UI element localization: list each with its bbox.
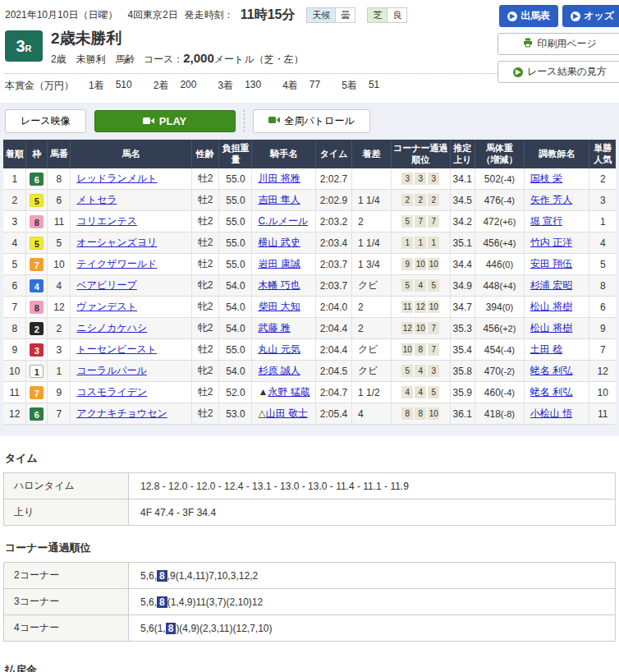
corner-order-value: 5,6(1,8)(4,9)(2,3,11)(12,7,10)	[129, 615, 616, 642]
result-guide-button[interactable]: ▶ レース結果の見方	[497, 61, 619, 83]
prize-item: 1着510	[89, 79, 132, 93]
frame-cell: 5	[26, 232, 48, 254]
play-button[interactable]: PLAY	[94, 110, 236, 132]
horse-number: 7	[48, 403, 71, 425]
horse-name-link[interactable]: コーラルパール	[76, 365, 146, 376]
jockey-cell: ▲永野 猛蔵	[252, 382, 316, 403]
corner-label: 3コーナー	[4, 589, 129, 615]
horse-name-cell: テイクザワールド	[71, 254, 191, 275]
jockey-link[interactable]: 横山 武史	[258, 237, 300, 248]
jockey-link[interactable]: 川田 将雅	[258, 173, 300, 184]
jockey-link[interactable]: 山田 敬士	[266, 407, 308, 419]
horse-name-link[interactable]: オーシャンズヨリ	[76, 237, 157, 248]
horse-name-link[interactable]: テイクザワールド	[76, 258, 157, 269]
trainer-link[interactable]: 小桧山 悟	[530, 407, 572, 419]
trainer-link[interactable]: 竹内 正洋	[530, 237, 572, 248]
trainer-link[interactable]: 杉浦 宏昭	[530, 279, 572, 291]
entries-button[interactable]: ▶ 出馬表	[499, 5, 558, 27]
trainer-link[interactable]: 松山 将樹	[530, 322, 572, 334]
carried-weight: 52.0	[219, 382, 252, 403]
corner-positions-cell: 8810	[391, 403, 450, 425]
horse-name-link[interactable]: ベアビリーブ	[76, 279, 136, 291]
patrol-video-button[interactable]: 全周パトロール	[253, 109, 370, 133]
corner-order-pre: 5,6,	[140, 596, 157, 608]
corner-positions-cell: 91010	[391, 254, 450, 275]
last-3f: 34.9	[450, 275, 475, 297]
carried-weight: 53.0	[219, 403, 252, 425]
camera-icon	[268, 115, 280, 127]
jockey-link[interactable]: C.ルメール	[258, 215, 308, 227]
jockey-link[interactable]: 吉田 隼人	[258, 194, 300, 205]
trainer-link[interactable]: 安田 翔伍	[530, 258, 572, 269]
jockey-link[interactable]: 木幡 巧也	[258, 279, 300, 291]
horse-weight-diff: (+2)	[499, 324, 516, 334]
corner-position-box: 9	[401, 258, 413, 270]
sex-age: 牡2	[191, 403, 219, 425]
frame-badge: 1	[30, 365, 44, 378]
margin: クビ	[352, 275, 392, 297]
payout-section: 払戻金 単勝8260円2番人気複勝8110円2番人気6150円3番人気11110…	[0, 642, 619, 672]
column-header: 着差	[352, 140, 392, 169]
corner-position-box: 10	[415, 258, 426, 270]
corner-position-box: 10	[401, 343, 413, 356]
corner-order-pre: 5,6(1,	[140, 623, 166, 634]
time-section: タイム ハロンタイム 12.8 - 12.0 - 12.0 - 12.4 - 1…	[0, 436, 619, 526]
finish-position: 1	[3, 168, 26, 190]
horse-name-link[interactable]: ニシノカケハシ	[76, 322, 147, 334]
horse-name-link[interactable]: メトセラ	[76, 194, 117, 205]
corner-position-box: 2	[428, 194, 439, 206]
jockey-link[interactable]: 杉原 誠人	[258, 365, 300, 376]
track-label: 芝	[368, 8, 387, 22]
trainer-link[interactable]: 堀 宣行	[530, 215, 562, 227]
odds-button[interactable]: ▶ オッズ	[562, 5, 619, 27]
trainer-link[interactable]: 蛯名 利弘	[530, 365, 572, 376]
corner-order-pre: 5,6,	[140, 570, 157, 582]
horse-name-link[interactable]: ヴァンデスト	[76, 301, 137, 312]
corner-order-post: ,9(1,4,11)7,10,3,12,2	[167, 570, 259, 582]
race-title: 2歳未勝利	[51, 30, 304, 48]
trainer-link[interactable]: 蛯名 利弘	[530, 386, 572, 398]
time-section-title: タイム	[5, 451, 616, 466]
jockey-link[interactable]: 永野 猛蔵	[268, 386, 310, 398]
frame-cell: 8	[26, 211, 48, 232]
jockey-link[interactable]: 武藤 雅	[258, 322, 290, 334]
finish-position: 7	[3, 297, 26, 318]
jockey-link[interactable]: 丸山 元気	[258, 343, 300, 355]
corner-position-box: 5	[401, 279, 413, 292]
finish-position: 9	[3, 339, 26, 361]
horse-weight-cell: 476(-4)	[475, 190, 524, 211]
corner-position-box: 4	[401, 386, 413, 398]
finish-position: 11	[3, 382, 26, 403]
corner-row: 2コーナー5,6,8,9(1,4,11)7,10,3,12,2	[4, 563, 616, 589]
horse-number: 9	[48, 382, 71, 403]
horse-name-link[interactable]: コスモライデン	[76, 386, 147, 398]
corner-section-title: コーナー通過順位	[5, 541, 616, 555]
carried-weight: 55.0	[219, 232, 252, 254]
jockey-link[interactable]: 岩田 康誠	[258, 258, 300, 269]
corner-positions-cell: 333	[391, 168, 450, 190]
jockey-link[interactable]: 柴田 大知	[258, 301, 300, 312]
weather-label: 天候	[307, 8, 335, 22]
finish-time: 2:05.4	[316, 403, 352, 425]
jockey-cell: 丸山 元気	[252, 339, 316, 361]
jockey-cell: 杉原 誠人	[252, 361, 316, 382]
corner-order-post: (1,4,9)11(3,7)(2,10)12	[167, 596, 264, 608]
horse-name-link[interactable]: コリエンテス	[76, 215, 137, 227]
print-page-button[interactable]: 印刷用ページ	[497, 33, 619, 55]
horse-name-link[interactable]: トーセンビースト	[76, 343, 157, 355]
printer-icon	[523, 38, 533, 50]
trainer-link[interactable]: 松山 将樹	[530, 301, 572, 312]
finish-time: 2:02.9	[316, 190, 352, 211]
margin: 1 3/4	[352, 254, 392, 275]
horse-name-link[interactable]: アクナキチョウセン	[76, 407, 167, 419]
table-row: 上り 4F 47.4 - 3F 34.4	[4, 499, 616, 526]
win-popularity: 9	[589, 318, 616, 339]
trainer-link[interactable]: 国枝 栄	[530, 173, 562, 184]
race-video-button[interactable]: レース映像	[5, 109, 86, 133]
margin: クビ	[352, 361, 392, 382]
trainer-link[interactable]: 土田 稔	[530, 343, 562, 355]
horse-name-link[interactable]: レッドランメルト	[76, 173, 157, 184]
corner-order-value: 5,6,8,9(1,4,11)7,10,3,12,2	[129, 563, 616, 589]
trainer-link[interactable]: 矢作 芳人	[530, 194, 572, 205]
win-popularity: 8	[589, 275, 616, 297]
